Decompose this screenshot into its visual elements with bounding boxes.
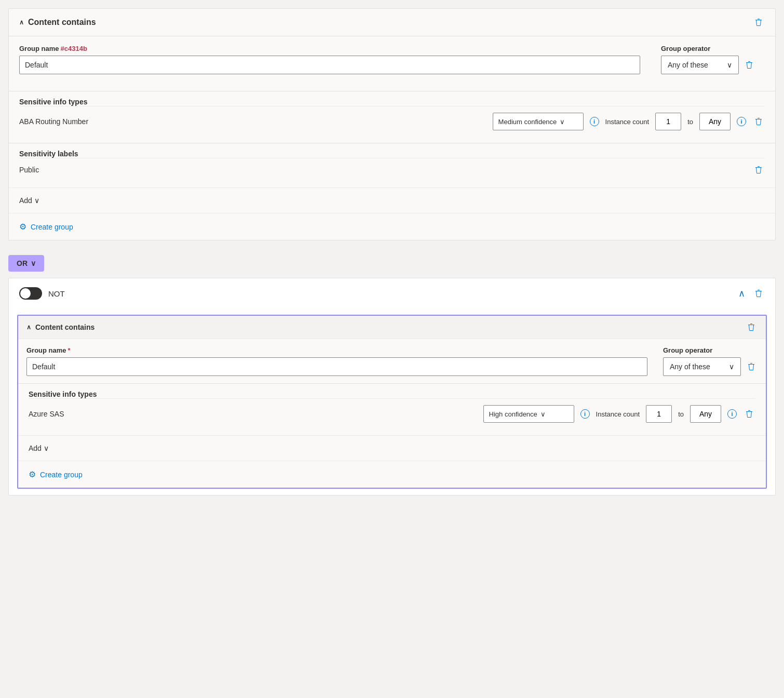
- inner-group-name-label: Group name *: [26, 346, 647, 354]
- section-1-instance-count-to[interactable]: [699, 113, 731, 130]
- inner-create-group-button[interactable]: ⚙ Create group: [29, 467, 83, 481]
- inner-section-title-text: Content contains: [35, 323, 94, 331]
- inner-group-operator-dropdown[interactable]: Any of these ∨: [663, 357, 741, 376]
- section-1-group-content: Group name #c4314b Group operator Any of…: [9, 36, 775, 91]
- section-1-title-text: Content contains: [28, 18, 96, 27]
- confidence-chevron-1: ∨: [560, 118, 565, 126]
- section-1-info-type-delete[interactable]: [752, 115, 765, 128]
- inner-to-label: to: [678, 410, 684, 418]
- section-1-sensitivity-name-1: Public: [19, 166, 39, 174]
- or-chevron: ∨: [31, 259, 36, 267]
- section-1-group-operator-label: Group operator: [661, 45, 765, 52]
- not-delete-button[interactable]: [752, 287, 765, 300]
- inner-group-row: Group name * Group operator Any of these: [26, 346, 758, 376]
- inner-group-operator-delete[interactable]: [745, 360, 758, 373]
- collapse-icon-1[interactable]: ∧: [19, 19, 24, 26]
- section-1-info-type-name-1: ABA Routing Number: [19, 117, 486, 126]
- inner-dropdown-chevron: ∨: [729, 363, 734, 371]
- inner-info-icon-1[interactable]: i: [580, 409, 590, 419]
- inner-group-name-section: Group name *: [26, 346, 647, 376]
- inner-group-name-input[interactable]: [26, 357, 647, 376]
- inner-add-row: Add ∨: [18, 435, 766, 461]
- section-1-sensitivity-labels-title: Sensitivity labels: [19, 150, 765, 158]
- section-1-group-operator-dropdown[interactable]: Any of these ∨: [661, 56, 739, 74]
- inner-group-operator-section: Group operator Any of these ∨: [663, 346, 758, 376]
- inner-add-button[interactable]: Add ∨: [29, 442, 49, 454]
- inner-content-contains-box: ∧ Content contains Group name *: [17, 315, 767, 489]
- inner-instance-count-from[interactable]: [646, 405, 672, 423]
- inner-create-group-row: ⚙ Create group: [18, 461, 766, 488]
- dropdown-chevron-1: ∨: [727, 61, 732, 69]
- inner-info-type-delete[interactable]: [743, 408, 755, 420]
- section-1-info-icon-1[interactable]: i: [590, 117, 599, 126]
- inner-confidence-dropdown[interactable]: High confidence ∨: [483, 405, 574, 423]
- inner-sensitive-info-types: Sensitive info types Azure SAS High conf…: [18, 383, 766, 435]
- not-collapse-button[interactable]: ∧: [736, 286, 747, 301]
- section-1-create-group-button[interactable]: ⚙ Create group: [19, 220, 73, 234]
- inner-add-chevron: ∨: [44, 444, 49, 452]
- create-group-icon-1: ⚙: [19, 222, 26, 232]
- inner-instance-count-to[interactable]: [690, 405, 721, 423]
- section-1-sensitivity-labels: Sensitivity labels Public: [9, 143, 775, 187]
- inner-info-type-row-1: Azure SAS High confidence ∨ i Instance c…: [29, 398, 755, 429]
- section-1-group-name-section: Group name #c4314b: [19, 45, 640, 74]
- section-1-add-button[interactable]: Add ∨: [19, 194, 39, 207]
- section-1-group-operator-section: Group operator Any of these ∨: [661, 45, 765, 74]
- required-star-2: *: [68, 346, 71, 354]
- not-section: NOT ∧ ∧ Content contains: [8, 278, 776, 495]
- section-1-group-row: Group name #c4314b Group operator Any of…: [19, 45, 765, 74]
- not-toggle[interactable]: [19, 287, 42, 300]
- inner-section-header: ∧ Content contains: [18, 316, 766, 339]
- content-contains-section-1: ∧ Content contains Group name #c4314b: [8, 8, 776, 240]
- inner-instance-info-icon[interactable]: i: [727, 409, 737, 419]
- section-1-confidence-dropdown[interactable]: Medium confidence ∨: [493, 113, 584, 130]
- section-1-sensitive-info-types-title: Sensitive info types: [19, 98, 765, 106]
- toggle-knob: [20, 288, 31, 299]
- not-header: NOT ∧: [9, 278, 775, 308]
- section-1-delete-button[interactable]: [752, 16, 765, 29]
- inner-info-type-name-1: Azure SAS: [29, 410, 477, 418]
- not-header-right: ∧: [736, 286, 765, 301]
- section-1-instance-info-icon[interactable]: i: [737, 117, 746, 126]
- section-1-sensitivity-delete[interactable]: [752, 164, 765, 176]
- required-star-1: #c4314b: [61, 45, 87, 52]
- section-1-sensitivity-row-1: Public: [19, 158, 765, 181]
- inner-instance-count-label: Instance count: [596, 410, 640, 418]
- inner-section-title: ∧ Content contains: [26, 323, 94, 331]
- section-1-instance-count-label: Instance count: [605, 118, 650, 126]
- add-chevron-1: ∨: [34, 196, 39, 205]
- inner-group-operator-label: Group operator: [663, 346, 758, 354]
- or-button[interactable]: OR ∨: [8, 255, 44, 272]
- section-1-header: ∧ Content contains: [9, 9, 775, 36]
- section-1-instance-count-from[interactable]: [655, 113, 681, 130]
- not-label: NOT: [48, 289, 65, 298]
- section-1-group-name-label: Group name #c4314b: [19, 45, 640, 52]
- section-1-group-operator-delete[interactable]: [743, 59, 755, 71]
- section-1-add-row: Add ∨: [9, 187, 775, 213]
- section-1-sensitive-info-types: Sensitive info types ABA Routing Number …: [9, 91, 775, 143]
- section-1-title: ∧ Content contains: [19, 18, 96, 27]
- inner-group-content: Group name * Group operator Any of these: [18, 339, 766, 383]
- section-1-create-group-row: ⚙ Create group: [9, 213, 775, 240]
- section-1-group-name-input[interactable]: [19, 56, 640, 74]
- or-button-row: OR ∨: [8, 249, 776, 278]
- create-group-icon-2: ⚙: [29, 469, 36, 479]
- inner-confidence-chevron: ∨: [540, 410, 546, 418]
- section-1-to-label: to: [687, 118, 693, 126]
- section-1-info-type-row-1: ABA Routing Number Medium confidence ∨ i…: [19, 106, 765, 137]
- inner-section-delete-button[interactable]: [745, 321, 758, 333]
- inner-sensitive-info-types-title: Sensitive info types: [29, 390, 755, 398]
- not-left: NOT: [19, 287, 65, 300]
- inner-collapse-icon[interactable]: ∧: [26, 324, 31, 331]
